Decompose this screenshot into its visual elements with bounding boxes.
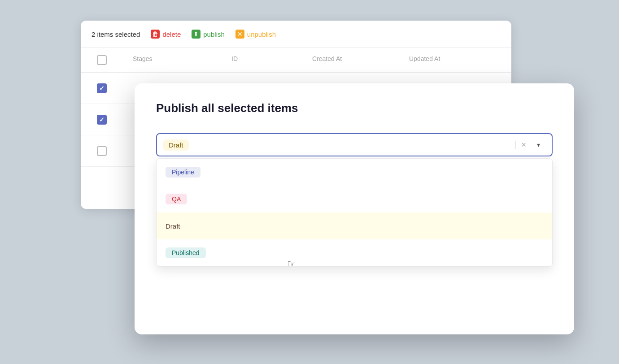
table-header: Stages ID Created At Updated At — [81, 48, 511, 73]
header-checkbox-cell — [92, 48, 127, 72]
delete-button[interactable]: 🗑 delete — [151, 30, 181, 39]
unpublish-button[interactable]: ✕ unpublish — [235, 30, 276, 39]
option-published[interactable]: Published — [157, 239, 552, 266]
publish-icon: ⬆ — [192, 30, 201, 39]
unpublish-icon: ✕ — [235, 30, 244, 39]
tag-qa: QA — [166, 194, 187, 204]
publish-button[interactable]: ⬆ publish — [192, 30, 225, 39]
row3-checkbox[interactable] — [97, 146, 107, 156]
option-qa[interactable]: QA — [157, 186, 552, 212]
items-selected-text: 2 items selected — [92, 30, 140, 38]
option-draft[interactable]: Draft — [157, 212, 552, 239]
header-updated-at: Updated At — [404, 48, 501, 72]
row2-checkbox-cell — [92, 109, 127, 130]
row2-checkbox[interactable] — [97, 115, 107, 125]
tag-published: Published — [166, 247, 206, 258]
publish-modal: Publish all selected items Draft × ▾ Pip… — [135, 83, 574, 334]
tag-pipeline: Pipeline — [166, 167, 201, 178]
dropdown-actions: × ▾ — [515, 141, 545, 149]
row3-checkbox-cell — [92, 141, 127, 161]
table-toolbar: 2 items selected 🗑 delete ⬆ publish ✕ un… — [81, 21, 511, 48]
option-pipeline[interactable]: Pipeline — [157, 159, 552, 186]
dropdown-list: Pipeline QA Draft Published — [156, 158, 553, 267]
dropdown-chevron-button[interactable]: ▾ — [532, 141, 545, 148]
dropdown-selected[interactable]: Draft × ▾ — [156, 133, 553, 156]
tag-draft-option: Draft — [166, 222, 180, 230]
dropdown-container: Draft × ▾ Pipeline QA Draft Publish — [156, 133, 553, 156]
header-created-at: Created At — [307, 48, 404, 72]
row1-checkbox[interactable] — [97, 83, 107, 93]
row1-checkbox-cell — [92, 78, 127, 99]
select-all-checkbox[interactable] — [97, 55, 107, 65]
modal-title: Publish all selected items — [156, 101, 553, 115]
header-stages: Stages — [127, 48, 226, 72]
delete-icon: 🗑 — [151, 30, 160, 39]
dropdown-selected-left: Draft — [163, 139, 512, 151]
clear-selection-button[interactable]: × — [516, 141, 532, 149]
header-id: ID — [226, 48, 307, 72]
selected-tag-draft: Draft — [163, 139, 189, 151]
